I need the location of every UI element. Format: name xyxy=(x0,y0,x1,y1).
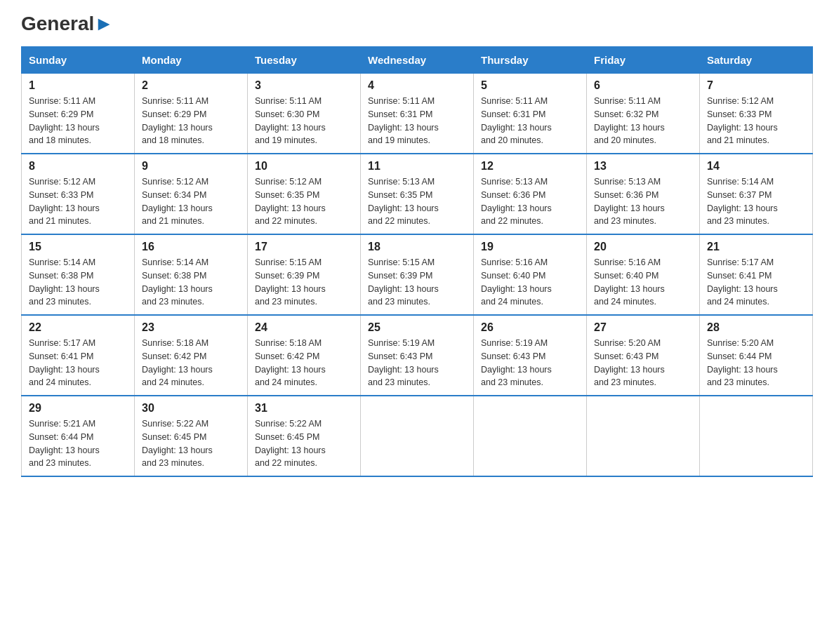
day-info: Sunrise: 5:13 AMSunset: 6:36 PMDaylight:… xyxy=(481,177,552,226)
day-info: Sunrise: 5:20 AMSunset: 6:44 PMDaylight:… xyxy=(707,338,778,387)
day-number: 28 xyxy=(707,321,805,334)
day-info: Sunrise: 5:19 AMSunset: 6:43 PMDaylight:… xyxy=(368,338,439,387)
calendar-cell: 29 Sunrise: 5:21 AMSunset: 6:44 PMDaylig… xyxy=(22,396,135,476)
header-monday: Monday xyxy=(135,47,248,74)
day-number: 24 xyxy=(255,321,353,334)
calendar-cell: 27 Sunrise: 5:20 AMSunset: 6:43 PMDaylig… xyxy=(587,315,700,396)
day-info: Sunrise: 5:20 AMSunset: 6:43 PMDaylight:… xyxy=(594,338,665,387)
day-number: 17 xyxy=(255,241,353,253)
day-number: 18 xyxy=(368,241,466,253)
calendar-cell: 19 Sunrise: 5:16 AMSunset: 6:40 PMDaylig… xyxy=(474,234,587,315)
calendar-cell: 30 Sunrise: 5:22 AMSunset: 6:45 PMDaylig… xyxy=(135,396,248,476)
day-info: Sunrise: 5:15 AMSunset: 6:39 PMDaylight:… xyxy=(255,257,326,307)
header-sunday: Sunday xyxy=(22,47,135,74)
calendar-cell: 26 Sunrise: 5:19 AMSunset: 6:43 PMDaylig… xyxy=(474,315,587,396)
day-number: 14 xyxy=(707,160,805,173)
day-number: 3 xyxy=(255,79,353,92)
day-info: Sunrise: 5:11 AMSunset: 6:30 PMDaylight:… xyxy=(255,96,326,145)
calendar-cell: 23 Sunrise: 5:18 AMSunset: 6:42 PMDaylig… xyxy=(135,315,248,396)
day-info: Sunrise: 5:12 AMSunset: 6:35 PMDaylight:… xyxy=(255,177,326,226)
calendar-cell: 16 Sunrise: 5:14 AMSunset: 6:38 PMDaylig… xyxy=(135,234,248,315)
day-number: 1 xyxy=(29,79,127,92)
day-number: 23 xyxy=(142,321,240,334)
calendar-cell: 28 Sunrise: 5:20 AMSunset: 6:44 PMDaylig… xyxy=(700,315,813,396)
day-info: Sunrise: 5:22 AMSunset: 6:45 PMDaylight:… xyxy=(255,419,326,468)
day-info: Sunrise: 5:11 AMSunset: 6:31 PMDaylight:… xyxy=(368,96,439,145)
day-number: 8 xyxy=(29,160,127,173)
day-info: Sunrise: 5:14 AMSunset: 6:38 PMDaylight:… xyxy=(142,257,213,307)
day-info: Sunrise: 5:22 AMSunset: 6:45 PMDaylight:… xyxy=(142,419,213,468)
day-number: 5 xyxy=(481,79,579,92)
day-info: Sunrise: 5:12 AMSunset: 6:34 PMDaylight:… xyxy=(142,177,213,226)
logo: General► xyxy=(21,14,114,32)
calendar-cell: 6 Sunrise: 5:11 AMSunset: 6:32 PMDayligh… xyxy=(587,74,700,154)
day-number: 16 xyxy=(142,241,240,253)
day-info: Sunrise: 5:18 AMSunset: 6:42 PMDaylight:… xyxy=(255,338,326,387)
day-number: 26 xyxy=(481,321,579,334)
calendar-cell: 13 Sunrise: 5:13 AMSunset: 6:36 PMDaylig… xyxy=(587,154,700,234)
day-info: Sunrise: 5:17 AMSunset: 6:41 PMDaylight:… xyxy=(707,257,778,307)
day-info: Sunrise: 5:13 AMSunset: 6:36 PMDaylight:… xyxy=(594,177,665,226)
day-number: 12 xyxy=(481,160,579,173)
day-info: Sunrise: 5:17 AMSunset: 6:41 PMDaylight:… xyxy=(29,338,100,387)
header-friday: Friday xyxy=(587,47,700,74)
day-number: 4 xyxy=(368,79,466,92)
day-number: 9 xyxy=(142,160,240,173)
day-number: 21 xyxy=(707,241,805,253)
calendar-cell: 20 Sunrise: 5:16 AMSunset: 6:40 PMDaylig… xyxy=(587,234,700,315)
calendar-cell: 17 Sunrise: 5:15 AMSunset: 6:39 PMDaylig… xyxy=(248,234,361,315)
logo-arrow: ► xyxy=(94,13,114,34)
calendar-cell xyxy=(587,396,700,476)
calendar-cell xyxy=(361,396,474,476)
day-info: Sunrise: 5:11 AMSunset: 6:29 PMDaylight:… xyxy=(29,96,100,145)
day-info: Sunrise: 5:19 AMSunset: 6:43 PMDaylight:… xyxy=(481,338,552,387)
day-number: 25 xyxy=(368,321,466,334)
calendar-cell: 21 Sunrise: 5:17 AMSunset: 6:41 PMDaylig… xyxy=(700,234,813,315)
calendar-cell: 9 Sunrise: 5:12 AMSunset: 6:34 PMDayligh… xyxy=(135,154,248,234)
day-number: 6 xyxy=(594,79,692,92)
week-row-1: 1 Sunrise: 5:11 AMSunset: 6:29 PMDayligh… xyxy=(22,74,813,154)
page-header: General► xyxy=(21,14,813,32)
calendar-cell: 22 Sunrise: 5:17 AMSunset: 6:41 PMDaylig… xyxy=(22,315,135,396)
calendar-cell: 12 Sunrise: 5:13 AMSunset: 6:36 PMDaylig… xyxy=(474,154,587,234)
calendar-cell: 25 Sunrise: 5:19 AMSunset: 6:43 PMDaylig… xyxy=(361,315,474,396)
header-saturday: Saturday xyxy=(700,47,813,74)
day-info: Sunrise: 5:11 AMSunset: 6:32 PMDaylight:… xyxy=(594,96,665,145)
header-tuesday: Tuesday xyxy=(248,47,361,74)
calendar-cell: 7 Sunrise: 5:12 AMSunset: 6:33 PMDayligh… xyxy=(700,74,813,154)
day-info: Sunrise: 5:18 AMSunset: 6:42 PMDaylight:… xyxy=(142,338,213,387)
logo-general-text: General► xyxy=(21,14,114,34)
calendar-cell: 8 Sunrise: 5:12 AMSunset: 6:33 PMDayligh… xyxy=(22,154,135,234)
day-info: Sunrise: 5:11 AMSunset: 6:29 PMDaylight:… xyxy=(142,96,213,145)
calendar-cell xyxy=(700,396,813,476)
day-number: 19 xyxy=(481,241,579,253)
day-info: Sunrise: 5:12 AMSunset: 6:33 PMDaylight:… xyxy=(29,177,100,226)
day-info: Sunrise: 5:15 AMSunset: 6:39 PMDaylight:… xyxy=(368,257,439,307)
day-number: 31 xyxy=(255,402,353,415)
day-info: Sunrise: 5:11 AMSunset: 6:31 PMDaylight:… xyxy=(481,96,552,145)
week-row-5: 29 Sunrise: 5:21 AMSunset: 6:44 PMDaylig… xyxy=(22,396,813,476)
header-thursday: Thursday xyxy=(474,47,587,74)
week-row-2: 8 Sunrise: 5:12 AMSunset: 6:33 PMDayligh… xyxy=(22,154,813,234)
calendar-cell: 2 Sunrise: 5:11 AMSunset: 6:29 PMDayligh… xyxy=(135,74,248,154)
day-number: 27 xyxy=(594,321,692,334)
day-number: 20 xyxy=(594,241,692,253)
day-info: Sunrise: 5:21 AMSunset: 6:44 PMDaylight:… xyxy=(29,419,100,468)
day-number: 15 xyxy=(29,241,127,253)
week-row-3: 15 Sunrise: 5:14 AMSunset: 6:38 PMDaylig… xyxy=(22,234,813,315)
day-number: 13 xyxy=(594,160,692,173)
day-number: 30 xyxy=(142,402,240,415)
calendar-table: SundayMondayTuesdayWednesdayThursdayFrid… xyxy=(21,46,813,477)
day-number: 10 xyxy=(255,160,353,173)
calendar-cell: 3 Sunrise: 5:11 AMSunset: 6:30 PMDayligh… xyxy=(248,74,361,154)
calendar-cell: 24 Sunrise: 5:18 AMSunset: 6:42 PMDaylig… xyxy=(248,315,361,396)
day-info: Sunrise: 5:14 AMSunset: 6:38 PMDaylight:… xyxy=(29,257,100,307)
calendar-header-row: SundayMondayTuesdayWednesdayThursdayFrid… xyxy=(22,47,813,74)
calendar-cell: 4 Sunrise: 5:11 AMSunset: 6:31 PMDayligh… xyxy=(361,74,474,154)
calendar-cell: 1 Sunrise: 5:11 AMSunset: 6:29 PMDayligh… xyxy=(22,74,135,154)
day-number: 7 xyxy=(707,79,805,92)
week-row-4: 22 Sunrise: 5:17 AMSunset: 6:41 PMDaylig… xyxy=(22,315,813,396)
day-info: Sunrise: 5:13 AMSunset: 6:35 PMDaylight:… xyxy=(368,177,439,226)
calendar-cell xyxy=(474,396,587,476)
calendar-cell: 10 Sunrise: 5:12 AMSunset: 6:35 PMDaylig… xyxy=(248,154,361,234)
